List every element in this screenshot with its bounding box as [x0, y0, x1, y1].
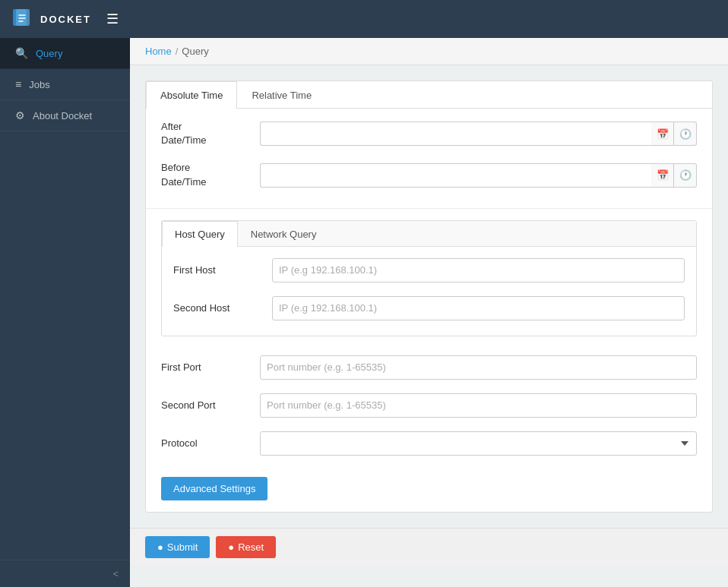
breadcrumb: Home / Query [130, 38, 728, 65]
jobs-icon: ≡ [15, 78, 21, 90]
sidebar-item-about[interactable]: ⚙ About Docket [0, 100, 130, 131]
breadcrumb-current: Query [182, 46, 208, 57]
first-port-row: First Port [161, 355, 697, 380]
sidebar: 🔍 Query ≡ Jobs ⚙ About Docket < [0, 38, 130, 587]
after-clock-btn[interactable]: 🕐 [674, 122, 697, 146]
about-icon: ⚙ [15, 109, 25, 122]
first-host-input[interactable] [272, 258, 685, 282]
before-clock-btn[interactable]: 🕐 [674, 163, 697, 188]
sidebar-spacer [0, 131, 130, 560]
breadcrumb-home[interactable]: Home [145, 46, 172, 57]
protocol-select[interactable]: TCP UDP ICMP [260, 431, 697, 456]
tab-absolute-time[interactable]: Absolute Time [146, 81, 237, 109]
submit-icon: ● [157, 541, 163, 553]
after-datetime-row: After Date/Time 📅 🕐 [161, 120, 697, 147]
host-network-section: Host Query Network Query First Host [161, 220, 697, 336]
second-port-row: Second Port [161, 393, 697, 418]
submit-button[interactable]: ● Submit [145, 536, 210, 558]
after-datetime-label: After Date/Time [161, 120, 260, 147]
sidebar-collapse-btn[interactable]: < [0, 560, 130, 587]
first-port-label: First Port [161, 361, 260, 373]
host-network-wrapper: Host Query Network Query First Host [146, 220, 712, 355]
second-port-label: Second Port [161, 399, 260, 411]
protocol-row: Protocol TCP UDP ICMP [161, 431, 697, 456]
reset-icon: ● [228, 541, 234, 553]
after-calendar-btn[interactable]: 📅 [651, 122, 674, 146]
bottom-bar: ● Submit ● Reset [130, 528, 728, 566]
first-port-input[interactable] [260, 355, 697, 380]
content-area: Home / Query Absolute Time Relative Time [130, 38, 728, 587]
time-form-section: After Date/Time 📅 🕐 [146, 109, 712, 204]
form-container: Absolute Time Relative Time After Date/T… [145, 80, 713, 513]
calendar-icon-2: 📅 [657, 169, 669, 181]
tab-host-query[interactable]: Host Query [162, 221, 238, 247]
sidebar-item-about-label: About Docket [33, 110, 92, 122]
query-icon: 🔍 [15, 47, 28, 59]
second-host-row: Second Host [173, 296, 685, 320]
svg-rect-1 [16, 9, 30, 26]
main-layout: 🔍 Query ≡ Jobs ⚙ About Docket < Home / Q… [0, 38, 728, 587]
logo: DOCKET [11, 8, 91, 30]
second-host-label: Second Host [173, 302, 272, 314]
before-datetime-label: Before Date/Time [161, 161, 260, 188]
sidebar-item-jobs-label: Jobs [29, 79, 49, 90]
first-host-row: First Host [173, 258, 685, 282]
before-datetime-input-group: 📅 🕐 [260, 163, 697, 188]
sidebar-item-jobs[interactable]: ≡ Jobs [0, 69, 130, 100]
after-datetime-input-group: 📅 🕐 [260, 122, 697, 146]
clock-icon: 🕐 [679, 128, 692, 140]
before-calendar-btn[interactable]: 📅 [651, 163, 674, 188]
logo-text: DOCKET [40, 14, 91, 25]
second-port-input[interactable] [260, 393, 697, 418]
host-query-body: First Host Second Host [162, 247, 696, 336]
breadcrumb-separator: / [176, 46, 179, 57]
second-host-input[interactable] [272, 296, 685, 320]
sidebar-item-query-label: Query [36, 48, 62, 59]
tab-network-query[interactable]: Network Query [238, 221, 330, 247]
first-host-label: First Host [173, 264, 272, 276]
menu-icon[interactable]: ☰ [106, 11, 119, 27]
tab-relative-time[interactable]: Relative Time [237, 81, 326, 109]
before-datetime-input[interactable] [260, 163, 651, 188]
time-tabs: Absolute Time Relative Time [146, 81, 712, 109]
topbar: DOCKET ☰ [0, 0, 728, 38]
docket-logo-icon [11, 8, 34, 30]
host-network-tabs: Host Query Network Query [162, 221, 696, 247]
before-datetime-row: Before Date/Time 📅 🕐 [161, 161, 697, 188]
chevron-left-icon: < [112, 568, 119, 579]
clock-icon-2: 🕐 [679, 169, 692, 181]
after-datetime-input[interactable] [260, 122, 651, 146]
reset-button[interactable]: ● Reset [216, 536, 276, 558]
protocol-label: Protocol [161, 437, 260, 449]
calendar-icon: 📅 [657, 128, 669, 140]
form-divider [146, 208, 712, 209]
sidebar-item-query[interactable]: 🔍 Query [0, 38, 130, 69]
advanced-settings-button[interactable]: Advanced Settings [161, 477, 267, 500]
outside-fields: First Port Second Port Protocol TCP UDP … [146, 355, 712, 512]
